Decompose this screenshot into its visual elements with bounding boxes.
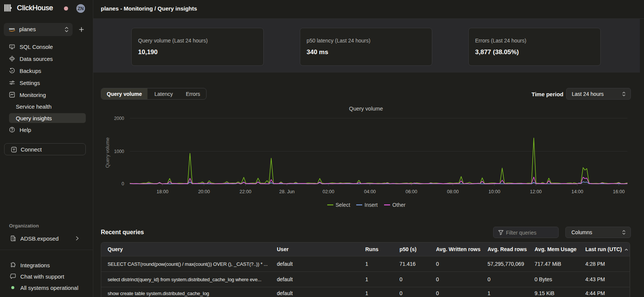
- svg-text:Select: Select: [336, 202, 350, 208]
- svg-text:14:00: 14:00: [571, 189, 583, 194]
- svg-text:aws: aws: [9, 27, 15, 30]
- svg-text:12:00: 12:00: [530, 189, 542, 194]
- svg-text:08:00: 08:00: [447, 189, 459, 194]
- svg-text:06:00: 06:00: [406, 189, 417, 194]
- svg-text:28. Jun: 28. Jun: [279, 189, 295, 194]
- svg-text:16:00: 16:00: [613, 189, 624, 194]
- svg-text:Insert: Insert: [365, 202, 378, 208]
- svg-text:04:00: 04:00: [364, 189, 376, 194]
- svg-text:10:00: 10:00: [489, 189, 500, 194]
- svg-text:02:00: 02:00: [322, 189, 334, 194]
- svg-text:22:00: 22:00: [240, 189, 251, 194]
- svg-text:20:00: 20:00: [198, 189, 210, 194]
- svg-text:Other: Other: [392, 202, 406, 208]
- svg-text:Query volume: Query volume: [105, 138, 110, 168]
- svg-text:Query volume: Query volume: [349, 106, 383, 112]
- svg-text:1000: 1000: [114, 149, 124, 154]
- svg-text:2000: 2000: [114, 116, 124, 121]
- svg-text:0: 0: [122, 181, 124, 186]
- svg-text:18:00: 18:00: [156, 189, 168, 194]
